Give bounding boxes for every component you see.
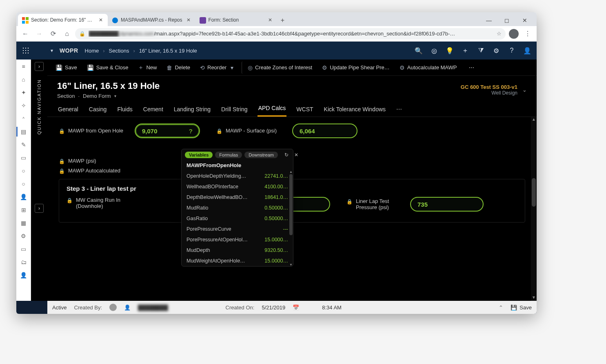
search-icon[interactable]: 🔍 (415, 47, 422, 54)
tab-wcst[interactable]: WCST (295, 106, 314, 117)
filter-icon[interactable]: ⧩ (477, 47, 484, 54)
close-icon[interactable]: ✕ (98, 17, 104, 23)
scroll-thumb[interactable] (289, 174, 293, 235)
forward-button[interactable]: → (33, 28, 45, 40)
scroll-down-icon[interactable]: ▼ (531, 295, 537, 301)
bookmark-icon[interactable]: ☆ (497, 31, 502, 37)
expand-button[interactable]: › (35, 62, 44, 71)
tab-casing[interactable]: Casing (88, 106, 108, 117)
tab-landing-string[interactable]: Landing String (173, 106, 211, 117)
header-related-title[interactable]: GC 600 Test SS 003-v1 (461, 84, 517, 90)
popup-tab-downstream[interactable]: Downstream (244, 152, 278, 158)
chevron-down-icon[interactable]: ▾ (114, 94, 116, 98)
rail-nav-icon[interactable]: ▭ (20, 245, 27, 253)
breadcrumb-item[interactable]: 16" Liner, 16.5 x 19 Hole (139, 48, 197, 54)
rail-nav-icon[interactable]: ✦ (20, 89, 27, 96)
form-name[interactable]: Demo Form (83, 93, 111, 99)
save-close-button[interactable]: 💾Save & Close (83, 62, 133, 74)
chevron-up-icon[interactable]: ⌃ (499, 304, 503, 311)
popup-scrollbar[interactable]: ▲ ▼ (289, 171, 293, 266)
rail-menu-icon[interactable]: ≡ (20, 63, 27, 70)
autocalc-mawp-button[interactable]: ⚙Autocalculate MAWP (395, 62, 461, 74)
mawp-open-hole-input[interactable]: 9,070 ? (135, 124, 200, 138)
delete-button[interactable]: 🗑Delete (162, 62, 194, 74)
list-item[interactable]: MudRatio0.50000… (182, 203, 293, 213)
rail-nav-icon[interactable]: ✧ (20, 102, 27, 109)
task-icon[interactable]: ◎ (431, 47, 438, 54)
rail-nav-icon[interactable]: ✎ (20, 141, 27, 148)
tab-general[interactable]: General (57, 106, 79, 117)
popup-tab-formulas[interactable]: Formulas (215, 152, 242, 158)
create-zones-button[interactable]: ◎Create Zones of Interest (242, 62, 316, 74)
rail-home-icon[interactable]: ⌂ (20, 76, 27, 83)
back-button[interactable]: ← (20, 28, 31, 40)
gear-icon[interactable]: ⚙ (493, 47, 500, 54)
plus-icon[interactable]: ＋ (462, 47, 469, 54)
list-item[interactable]: GasRatio0.50000… (182, 213, 293, 224)
more-commands-button[interactable]: ⋯ (465, 62, 478, 74)
content-scrollbar[interactable]: ▲ ▼ (531, 117, 537, 301)
profile-button[interactable] (508, 28, 519, 40)
scroll-up-icon[interactable]: ▲ (531, 117, 537, 123)
url-input[interactable]: 🔒 ████████.dynamics.com/main.aspx?appid=… (75, 28, 506, 40)
browser-tab-1[interactable]: MASPAndMAWP.cs - Repos ✕ (108, 14, 195, 26)
maximize-button[interactable]: ◻ (499, 15, 515, 26)
user-icon[interactable]: 👤 (524, 47, 531, 54)
scroll-up-icon[interactable]: ▲ (289, 171, 293, 174)
close-icon[interactable]: ✕ (186, 17, 191, 23)
scroll-thumb[interactable] (532, 178, 536, 207)
rail-nav-icon[interactable]: 👤 (20, 193, 27, 201)
breadcrumb-item[interactable]: Sections (109, 48, 129, 54)
home-button[interactable]: ⌂ (61, 28, 73, 40)
save-button[interactable]: 💾Save (51, 62, 81, 74)
minimize-button[interactable]: — (481, 15, 497, 26)
rail-nav-icon[interactable]: 🗂 (20, 258, 27, 266)
list-item[interactable]: PorePressureCurve--- (182, 224, 293, 234)
list-item[interactable]: DepthBelowWellheadBO…18641.0… (182, 192, 293, 203)
rail-nav-icon[interactable]: ▤ (20, 128, 27, 135)
rail-nav-icon[interactable]: ▭ (20, 154, 27, 161)
tab-cement[interactable]: Cement (142, 106, 164, 117)
rail-gear-icon[interactable]: ⚙ (20, 232, 27, 240)
mawp-surface-input[interactable]: 6,064 (292, 124, 357, 138)
reload-button[interactable]: ⟳ (47, 28, 59, 40)
help-icon[interactable]: ? (508, 47, 515, 54)
list-item[interactable]: PorePressureAtOpenHol…15.0000… (182, 234, 293, 245)
reorder-button[interactable]: ⟲Reorder▾ (196, 62, 238, 74)
close-icon[interactable]: ✕ (293, 152, 300, 158)
liner-lap-input[interactable]: 735 (410, 197, 484, 212)
list-item[interactable]: WellheadBOPInterface4100.00… (182, 181, 293, 192)
list-item[interactable]: MudWeightAtOpenHole…15.0000… (182, 256, 293, 266)
rail-nav-icon[interactable]: ^ (20, 115, 27, 122)
tab-drill-string[interactable]: Drill String (220, 106, 249, 117)
help-icon[interactable]: ? (189, 128, 193, 135)
breadcrumb-item[interactable]: Home (85, 48, 99, 54)
rail-nav-icon[interactable]: ⊞ (20, 206, 27, 214)
chevron-down-icon[interactable]: ▾ (51, 48, 53, 53)
kebab-menu-button[interactable]: ⋮ (522, 28, 533, 40)
new-button[interactable]: ＋New (134, 62, 161, 74)
tab-fluids[interactable]: Fluids (116, 106, 133, 117)
tab-apd-calcs[interactable]: APD Calcs (257, 105, 287, 117)
list-item[interactable]: OpenHoleDepthYielding…22741.0… (182, 171, 293, 181)
browser-tab-2[interactable]: Form: Section ✕ (195, 14, 277, 26)
list-item[interactable]: MudDepth9320.50… (182, 245, 293, 256)
update-shear-button[interactable]: ⚙Update Pipe Shear Pre… (318, 62, 394, 74)
rail-nav-icon[interactable]: ○ (20, 180, 27, 188)
close-window-button[interactable]: ✕ (517, 15, 533, 26)
chevron-down-icon[interactable]: ⌄ (522, 87, 527, 93)
expand-button[interactable]: › (35, 204, 44, 213)
waffle-icon[interactable] (22, 47, 29, 54)
browser-tab-0[interactable]: Section: Demo Form: 16" Liner, 1… ✕ (18, 14, 108, 26)
calendar-icon[interactable]: 📅 (293, 304, 299, 311)
rail-nav-icon[interactable]: ○ (20, 167, 27, 174)
popup-tab-variables[interactable]: Variables (185, 152, 213, 158)
lightbulb-icon[interactable]: 💡 (446, 47, 453, 54)
scroll-down-icon[interactable]: ▼ (289, 263, 293, 266)
tab-kick-tolerance[interactable]: Kick Tolerance Windows (323, 106, 386, 117)
close-icon[interactable]: ✕ (267, 17, 273, 23)
refresh-icon[interactable]: ↻ (283, 152, 290, 158)
rail-user-icon[interactable]: 👤 (20, 271, 27, 279)
new-tab-button[interactable]: + (277, 15, 289, 26)
tab-overflow[interactable]: ⋯ (395, 106, 403, 117)
